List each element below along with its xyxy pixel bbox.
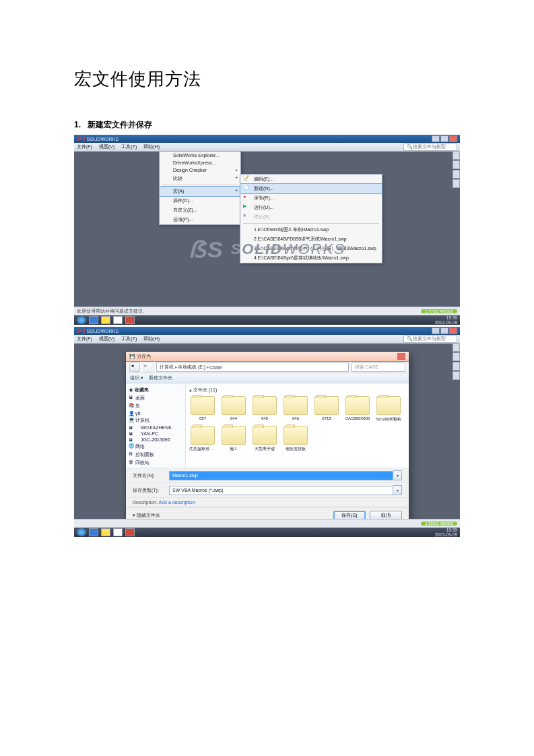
taskbar-app-icon[interactable]: [113, 316, 123, 324]
maximize-button[interactable]: [440, 135, 448, 142]
menu-item[interactable]: 选项(P)...: [160, 215, 240, 224]
start-button[interactable]: [77, 528, 86, 536]
folder-item[interactable]: 046: [282, 396, 309, 422]
search-input[interactable]: 🔍 搜索文件与模型: [403, 144, 457, 151]
address-bar[interactable]: 计算机 本地磁盘 (E:) CASE: [156, 363, 349, 372]
folder-item[interactable]: 施工: [220, 426, 247, 452]
menu-item-record[interactable]: ● 录制(R)...: [240, 193, 382, 203]
tree-item[interactable]: 👤ytt: [129, 410, 184, 416]
start-button[interactable]: [77, 316, 86, 324]
folder-item[interactable]: 0713: [313, 396, 340, 422]
folder-icon: [376, 396, 401, 415]
menu-item-macro[interactable]: 宏(A): [159, 186, 241, 197]
folder-item[interactable]: 大型离子键: [251, 426, 278, 452]
dialog-nav: ◄ ► 计算机 本地磁盘 (E:) CASE 搜索 CASE: [126, 362, 409, 373]
organize-button[interactable]: 组织 ▾: [130, 375, 143, 381]
folder-item[interactable]: CAC800X800: [344, 396, 371, 422]
side-tool-icon[interactable]: [453, 170, 460, 179]
side-tool-icon[interactable]: [453, 352, 460, 361]
menu-item[interactable]: Design Checker: [160, 166, 240, 174]
folder-icon: [314, 396, 339, 415]
document-page: 宏文件使用方法 1. 新建宏文件并保存 ⟪S⟫ SOLIDWORKS 文件(F)…: [0, 0, 534, 564]
filename-row: 文件名(N): Macro1.swp ▾: [126, 468, 409, 482]
filetype-input[interactable]: SW VBA Macros (*.swp): [169, 486, 393, 495]
folder-item[interactable]: 044: [220, 396, 247, 422]
taskbar-app-icon[interactable]: [125, 528, 135, 536]
side-tool-icon[interactable]: [453, 362, 460, 371]
forward-button[interactable]: ►: [143, 363, 154, 372]
side-tool-icon[interactable]: [453, 343, 460, 352]
side-tool-icon[interactable]: [453, 179, 460, 188]
folder-item[interactable]: 储架连接板: [282, 426, 309, 452]
tree-item[interactable]: 🌐网络: [129, 443, 184, 451]
folder-icon: [191, 426, 215, 445]
screenshot-2: ⟪S⟫ SOLIDWORKS 文件(F) 视图(V) 工具(T) 帮助(H) 🔍…: [74, 327, 460, 537]
add-description-link[interactable]: Add a description: [159, 500, 195, 505]
taskbar-clock[interactable]: 19:38 2013-09-09: [435, 315, 457, 325]
windows-taskbar: 19:39 2013-09-09: [74, 528, 460, 537]
menu-item-edit[interactable]: 📝 编辑(E)...: [240, 175, 382, 184]
statusbar: 1 555/5 436365: [74, 519, 460, 528]
taskbar-app-icon[interactable]: [101, 528, 110, 536]
maximize-button[interactable]: [440, 327, 448, 334]
tree-item[interactable]: 🗑回收站: [129, 459, 184, 467]
folder-item[interactable]: SIO2纳米颗粒: [375, 396, 402, 422]
side-tool-icon[interactable]: [453, 151, 460, 160]
step-1: 1. 新建宏文件并保存: [74, 119, 460, 131]
taskbar-app-icon[interactable]: [113, 528, 123, 536]
side-tool-icon[interactable]: [453, 160, 460, 169]
tree-item[interactable]: ⚙控制面板: [129, 451, 184, 459]
dialog-search-input[interactable]: 搜索 CASE: [352, 363, 405, 372]
side-tool-icon[interactable]: [453, 371, 460, 380]
taskbar-app-icon[interactable]: [125, 316, 135, 324]
filename-input[interactable]: Macro1.swp: [169, 471, 393, 480]
menu-item[interactable]: DriveWorksXpress...: [160, 159, 240, 166]
menu-item[interactable]: 插件(D)...: [160, 196, 240, 206]
folder-item[interactable]: 生态屋标准板板: [189, 426, 216, 452]
menu-item-stop: ■ 停止(S): [240, 212, 382, 222]
taskbar-app-icon[interactable]: [89, 528, 98, 536]
recent-1[interactable]: 1 E:\Others\绘图2-车削\Macro1.swp: [240, 225, 382, 234]
minimize-button[interactable]: [432, 327, 440, 334]
play-icon: ▶: [243, 203, 250, 210]
folder-item[interactable]: 037: [189, 396, 216, 422]
search-input[interactable]: 🔍 搜索文件与模型: [403, 336, 457, 343]
new-folder-button[interactable]: 新建文件夹: [149, 375, 172, 381]
close-button[interactable]: [449, 135, 457, 142]
taskbar-app-icon[interactable]: [89, 316, 98, 324]
tree-item[interactable]: 🖥桌面: [129, 394, 184, 402]
taskbar-app-icon[interactable]: [101, 316, 110, 324]
menu-tools[interactable]: 工具(T): [121, 144, 137, 150]
taskbar-clock[interactable]: 19:39 2013-09-09: [435, 528, 457, 537]
dropdown-icon[interactable]: ▾: [393, 470, 402, 480]
close-button[interactable]: [449, 327, 457, 334]
menu-file[interactable]: 文件(F): [77, 144, 92, 150]
menu-item[interactable]: SolidWorks Explorer...: [160, 152, 240, 159]
side-toolbar: [453, 151, 460, 188]
menu-view[interactable]: 视图(V): [99, 336, 114, 342]
menu-item[interactable]: 自定义(Z)...: [160, 206, 240, 215]
tree-item[interactable]: 📚库: [129, 402, 184, 410]
tree-item[interactable]: 🖥JGC-2013090: [129, 437, 184, 443]
folder-item[interactable]: 045: [251, 396, 278, 422]
menu-item[interactable]: 比较: [160, 174, 240, 183]
tree-item[interactable]: 🖥WOJIAZHENK: [129, 424, 184, 431]
solidworks-titlebar: ⟪S⟫ SOLIDWORKS: [74, 327, 460, 335]
status-badge: 1 555/5 436365: [421, 522, 457, 526]
hide-folders-toggle[interactable]: ▾ 隐藏文件夹: [133, 512, 160, 519]
dropdown-icon[interactable]: ▾: [393, 485, 402, 495]
menu-item-run[interactable]: ▶ 运行(U)...: [240, 203, 382, 212]
menu-file[interactable]: 文件(F): [77, 336, 92, 342]
menu-help[interactable]: 帮助(H): [143, 336, 160, 342]
menu-help[interactable]: 帮助(H): [143, 144, 160, 150]
dialog-close-button[interactable]: [397, 353, 405, 360]
tree-item[interactable]: 🖥YAN-PC: [129, 431, 184, 437]
solidworks-logo-icon: ⟪S⟫: [77, 328, 86, 334]
tree-item[interactable]: 💻计算机: [129, 416, 184, 424]
menu-view[interactable]: 视图(V): [99, 144, 114, 150]
menubar: 文件(F) 视图(V) 工具(T) 帮助(H) 🔍 搜索文件与模型: [74, 143, 460, 152]
minimize-button[interactable]: [432, 135, 440, 142]
menu-tools[interactable]: 工具(T): [121, 336, 137, 342]
back-button[interactable]: ◄: [129, 363, 140, 372]
menu-item-new[interactable]: 📄 新建(N)...: [240, 183, 382, 194]
